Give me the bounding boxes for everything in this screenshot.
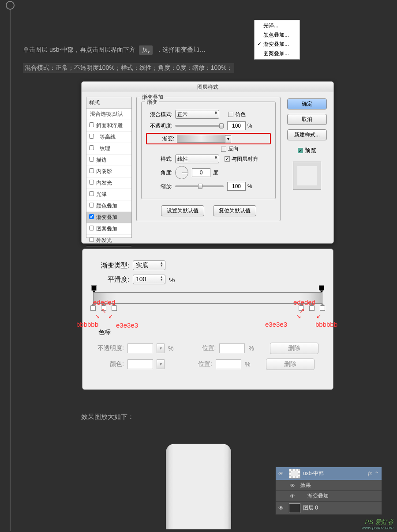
- percent-label-2: %: [247, 183, 252, 189]
- position-input[interactable]: [219, 343, 245, 353]
- pct: %: [248, 345, 254, 352]
- style-texture[interactable]: 纹理: [86, 143, 131, 155]
- blend-options-default[interactable]: 混合选项:默认: [86, 109, 131, 120]
- arrow-icon: ↙: [316, 313, 322, 320]
- style-bevel[interactable]: 斜面和浮雕: [86, 120, 131, 132]
- styles-list: 样式 混合选项:默认 斜面和浮雕 等高线 纹理 描边 内阴影 内发光 光泽 颜色…: [86, 97, 132, 238]
- color-dropdown[interactable]: ▾: [157, 359, 165, 369]
- color-swatch[interactable]: [127, 359, 153, 369]
- ok-button[interactable]: 确定: [287, 98, 327, 109]
- layer-name: usb-中部: [303, 470, 368, 477]
- layer-thumbnail[interactable]: [289, 469, 300, 479]
- opacity-ctrl-dropdown[interactable]: ▾: [157, 343, 165, 353]
- style-label: 样式:: [146, 155, 172, 163]
- style-select[interactable]: 线性: [175, 155, 219, 163]
- blend-mode-select[interactable]: 正常: [175, 110, 219, 119]
- style-gradient-overlay[interactable]: 渐变叠加: [86, 212, 131, 223]
- arrow-icon: ↘: [296, 313, 301, 320]
- visibility-icon[interactable]: 👁: [276, 471, 286, 477]
- gradient-type-select[interactable]: 实底: [133, 260, 165, 270]
- inner-shadow-checkbox[interactable]: [89, 168, 94, 173]
- opacity-label: 不透明度:: [146, 122, 172, 130]
- result-caption: 效果图放大如下：: [81, 413, 134, 421]
- bevel-checkbox[interactable]: [89, 122, 94, 127]
- stroke-checkbox[interactable]: [89, 157, 94, 162]
- opacity-input[interactable]: 100: [227, 121, 246, 130]
- pattern-overlay-checkbox[interactable]: [89, 226, 94, 230]
- layer-row-usb[interactable]: 👁 usb-中部 fx ⌃: [276, 467, 382, 480]
- style-satin[interactable]: 光泽: [86, 189, 131, 200]
- smoothness-label: 平滑度:: [90, 275, 129, 284]
- layer-thumbnail[interactable]: [289, 503, 300, 513]
- styles-header[interactable]: 样式: [86, 97, 131, 109]
- menu-item-satin[interactable]: 光泽...: [255, 21, 300, 30]
- gradient-bar[interactable]: [93, 292, 322, 304]
- texture-checkbox[interactable]: [89, 145, 94, 150]
- reverse-label: 反向: [228, 145, 239, 153]
- style-stroke[interactable]: 描边: [86, 155, 131, 166]
- position-input-2[interactable]: [216, 359, 241, 369]
- settings-panel: 渐变叠加 渐变 混合模式: 正常 仿色 不透明度: 100 %: [132, 97, 285, 238]
- color-stop-6[interactable]: [320, 305, 325, 311]
- smooth-percent: %: [169, 276, 175, 283]
- align-checkbox[interactable]: [225, 156, 230, 162]
- cancel-button[interactable]: 取消: [287, 114, 327, 125]
- menu-item-gradient-overlay[interactable]: 渐变叠加...: [255, 40, 300, 49]
- opacity-slider[interactable]: [175, 125, 224, 127]
- style-color-overlay[interactable]: 颜色叠加: [86, 200, 131, 212]
- style-inner-shadow[interactable]: 内阴影: [86, 166, 131, 177]
- style-inner-glow[interactable]: 内发光: [86, 177, 131, 189]
- gradient-label: 渐变:: [148, 135, 174, 143]
- timeline-line: [10, 1, 11, 531]
- fx-badge-icon[interactable]: fx: [368, 470, 372, 477]
- angle-dial[interactable]: [175, 166, 188, 179]
- set-default-button[interactable]: 设置为默认值: [161, 205, 204, 216]
- angle-label: 角度:: [146, 169, 172, 177]
- smoothness-select[interactable]: 100: [133, 275, 165, 284]
- layer-effects-row[interactable]: 👁 效果: [276, 480, 382, 491]
- style-pattern-overlay[interactable]: 图案叠加: [86, 223, 131, 235]
- usb-preview: [166, 444, 231, 529]
- context-menu: 光泽... 颜色叠加... 渐变叠加... 图案叠加...: [254, 20, 300, 60]
- menu-item-pattern-overlay[interactable]: 图案叠加...: [255, 49, 300, 58]
- gradient-overlay-checkbox[interactable]: [89, 214, 94, 219]
- color-ctrl-label: 颜色:: [93, 360, 124, 368]
- reverse-checkbox[interactable]: [221, 147, 226, 152]
- contour-checkbox[interactable]: [89, 134, 94, 139]
- gradient-picker[interactable]: [177, 135, 225, 143]
- outer-glow-checkbox[interactable]: [89, 237, 94, 242]
- visibility-icon[interactable]: 👁: [290, 493, 295, 499]
- visibility-icon[interactable]: 👁: [276, 505, 286, 511]
- chevron-down-icon[interactable]: ⌃: [375, 471, 379, 477]
- dither-checkbox[interactable]: [228, 112, 233, 117]
- new-style-button[interactable]: 新建样式...: [287, 129, 327, 140]
- opacity-stop-left[interactable]: [91, 285, 97, 291]
- delete-color-button[interactable]: 删除: [266, 358, 315, 370]
- satin-checkbox[interactable]: [89, 191, 94, 196]
- watermark: PS 爱好者 www.psahz.com: [362, 519, 393, 530]
- instruction-1: 单击图层 usb-中部，再点击图层界面下方 fx▾ ，选择渐变叠加…: [23, 45, 206, 55]
- label-bbbbbb-l: bbbbbb: [76, 321, 98, 328]
- inner-glow-checkbox[interactable]: [89, 180, 94, 185]
- fx-icon: fx▾: [139, 45, 153, 55]
- color-overlay-checkbox[interactable]: [89, 203, 94, 208]
- scale-input[interactable]: 100: [227, 182, 246, 191]
- preview-checkbox[interactable]: [298, 148, 303, 153]
- delete-opacity-button[interactable]: 删除: [270, 343, 318, 354]
- opacity-stop-right[interactable]: [319, 285, 324, 291]
- reset-default-button[interactable]: 复位为默认值: [213, 205, 256, 216]
- layer-row-bg[interactable]: 👁 图层 0: [276, 502, 382, 515]
- menu-item-color-overlay[interactable]: 颜色叠加...: [255, 30, 300, 40]
- visibility-icon[interactable]: 👁: [290, 483, 295, 489]
- percent-label: %: [247, 123, 252, 129]
- arrow-icon: ↙: [108, 313, 113, 320]
- style-contour[interactable]: 等高线: [86, 132, 131, 143]
- angle-input[interactable]: 0: [192, 168, 210, 177]
- layer-gradient-overlay-row[interactable]: 👁 渐变叠加: [276, 491, 382, 502]
- opacity-ctrl-input[interactable]: [127, 343, 153, 353]
- scale-slider[interactable]: [175, 185, 224, 187]
- arrow-icon: ↘: [95, 313, 100, 320]
- stops-label: 色标: [98, 328, 335, 336]
- style-outer-glow[interactable]: 外发光: [86, 235, 131, 246]
- arrow-icon: ↖: [101, 307, 106, 314]
